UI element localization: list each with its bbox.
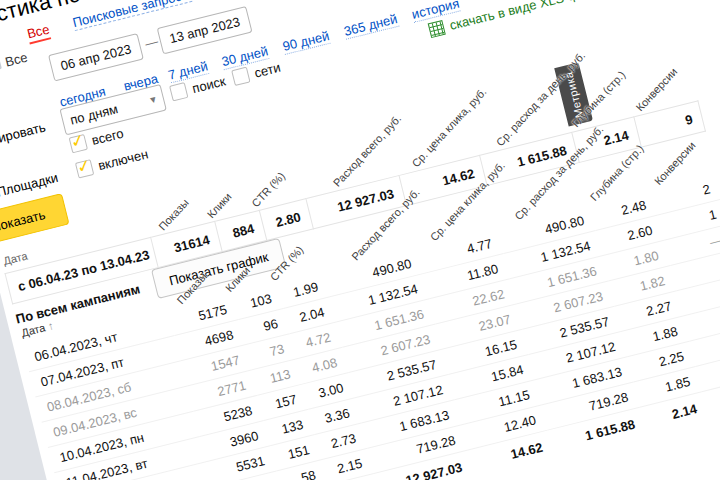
viewport: Статистика по всем кампаниям Все Поисков… [0, 0, 720, 480]
scope-icon [0, 59, 2, 71]
group-by-value: по дням [69, 101, 120, 127]
stats-page: Статистика по всем кампаниям Все Поисков… [0, 0, 720, 480]
